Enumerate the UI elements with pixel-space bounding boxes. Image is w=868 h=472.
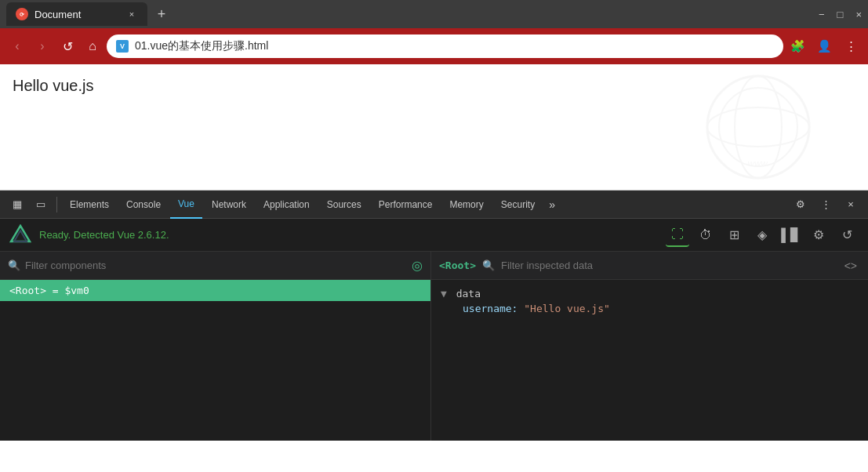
settings-icon: ⚙	[796, 198, 805, 210]
devtools-panels: 🔍 ◎ <Root> = $vm0 <Root> 🔍 <> ▼ data	[0, 252, 868, 441]
close-btn[interactable]: ×	[855, 9, 862, 20]
nav-bar: ‹ › ↺ ⌂ V 01.vue的基本使用步骤.html 🧩 👤 ⋮	[0, 28, 868, 64]
divider	[56, 197, 57, 212]
component-refresh-icon[interactable]: ◎	[412, 258, 423, 273]
address-text: 01.vue的基本使用步骤.html	[135, 39, 268, 53]
page-heading: Hello vue.js	[13, 77, 93, 95]
tab-favicon: ⟳	[16, 8, 28, 20]
devtools-inspect-btn[interactable]: ▦	[6, 194, 28, 216]
history-icon: ⏱	[699, 228, 712, 242]
vue-toolbar: Ready. Detected Vue 2.6.12. ⛶ ⏱ ⊞ ◈ ▌▊ ⚙…	[0, 219, 868, 252]
vue-history-btn[interactable]: ⏱	[694, 223, 717, 247]
vue-settings-btn[interactable]: ⚙	[807, 223, 830, 247]
vue-settings-icon: ⚙	[813, 227, 824, 242]
more-tabs-icon: »	[549, 198, 555, 211]
maximize-btn[interactable]: □	[837, 9, 844, 20]
window-controls: − □ ×	[819, 9, 862, 20]
tab-console[interactable]: Console	[118, 191, 169, 219]
tab-performance[interactable]: Performance	[371, 191, 441, 219]
profile-icon: 👤	[817, 39, 832, 53]
component-filter-bar: 🔍 ◎	[0, 252, 430, 280]
vue-logo	[9, 224, 31, 246]
vuex-icon: ◈	[757, 227, 767, 242]
root-component-item[interactable]: <Root> = $vm0	[0, 280, 430, 301]
devtools-device-btn[interactable]: ▭	[30, 194, 52, 216]
vue-reload-btn[interactable]: ↺	[835, 223, 859, 247]
svg-marker-7	[11, 226, 30, 241]
vue-reload-icon: ↺	[842, 227, 852, 242]
component-filter-input[interactable]	[25, 260, 407, 271]
expand-arrow-icon[interactable]: ▼	[441, 288, 447, 300]
devtools-more-btn[interactable]: ⋮	[815, 194, 837, 216]
back-icon: ‹	[15, 39, 19, 53]
reload-button[interactable]: ↺	[56, 35, 78, 57]
extensions-button[interactable]: 🧩	[786, 35, 808, 57]
devtools-settings-btn[interactable]: ⚙	[790, 194, 812, 216]
filter-search-icon: 🔍	[8, 260, 20, 271]
vue-status-text: Ready. Detected Vue 2.6.12.	[39, 229, 169, 241]
right-panel: <Root> 🔍 <> ▼ data username: "Hello vue.…	[431, 252, 868, 441]
username-value: "Hello vue.js"	[524, 303, 610, 314]
tab-vue[interactable]: Vue	[170, 191, 202, 219]
tab-application[interactable]: Application	[256, 191, 318, 219]
tab-strip: ⟳ Document × +	[6, 2, 173, 26]
right-panel-icon-btn[interactable]: <>	[841, 258, 860, 274]
tab-elements[interactable]: Elements	[62, 191, 117, 219]
title-bar: ⟳ Document × + − □ ×	[0, 0, 868, 28]
forward-icon: ›	[40, 39, 44, 53]
new-tab-button[interactable]: +	[151, 3, 173, 25]
left-panel: 🔍 ◎ <Root> = $vm0	[0, 252, 431, 441]
menu-button[interactable]: ⋮	[840, 35, 862, 57]
username-key: username:	[463, 303, 518, 314]
perf-icon: ▌▊	[781, 227, 799, 242]
svg-point-5	[707, 107, 809, 147]
forward-button[interactable]: ›	[31, 35, 53, 57]
devtools-topbar: ▦ ▭ Elements Console Vue Network Applica…	[0, 191, 868, 219]
watermark: WWW.	[695, 72, 821, 182]
inspect-icon: ▦	[13, 198, 22, 210]
devtools-close-icon: ×	[848, 198, 854, 210]
devtools-right-controls: ⚙ ⋮ ×	[790, 194, 862, 216]
devtools-more-icon: ⋮	[821, 198, 831, 210]
address-bar[interactable]: V 01.vue的基本使用步骤.html	[107, 34, 783, 58]
tab-close-btn[interactable]: ×	[125, 8, 138, 20]
right-panel-header: <Root> 🔍 <>	[431, 252, 868, 280]
tab-title: Document	[35, 9, 81, 20]
vue-perf-btn[interactable]: ▌▊	[779, 223, 802, 247]
right-filter-search-icon: 🔍	[482, 260, 495, 271]
data-label: data	[456, 288, 481, 300]
tab-memory[interactable]: Memory	[441, 191, 491, 219]
svg-text:WWW.: WWW.	[747, 160, 769, 168]
tab-security[interactable]: Security	[493, 191, 543, 219]
more-tabs-btn[interactable]: »	[544, 198, 560, 211]
site-favicon: V	[116, 40, 129, 53]
data-fields: username: "Hello vue.js"	[463, 303, 859, 314]
devtools-close-btn[interactable]: ×	[840, 194, 862, 216]
vue-tool-buttons: ⛶ ⏱ ⊞ ◈ ▌▊ ⚙ ↺	[666, 223, 859, 247]
menu-icon: ⋮	[845, 39, 857, 53]
router-icon: ⊞	[729, 227, 739, 242]
tab-network[interactable]: Network	[204, 191, 254, 219]
page-content: Hello vue.js WWW.	[0, 64, 868, 190]
profile-button[interactable]: 👤	[813, 35, 835, 57]
back-button[interactable]: ‹	[6, 35, 28, 57]
vue-component-tree-btn[interactable]: ⛶	[666, 223, 689, 247]
device-icon: ▭	[36, 198, 45, 210]
active-tab[interactable]: ⟳ Document ×	[6, 2, 147, 26]
data-section: ▼ data	[441, 288, 859, 300]
svg-text:⟳: ⟳	[20, 12, 25, 17]
component-tree-icon: ⛶	[671, 227, 684, 241]
vue-vuex-btn[interactable]: ◈	[750, 223, 774, 247]
tab-sources[interactable]: Sources	[319, 191, 369, 219]
devtools-panel: ▦ ▭ Elements Console Vue Network Applica…	[0, 190, 868, 441]
inspect-filter-input[interactable]	[501, 260, 835, 271]
home-button[interactable]: ⌂	[82, 35, 104, 57]
svg-point-3	[719, 88, 797, 166]
component-list: <Root> = $vm0	[0, 280, 430, 441]
root-tag-label: <Root>	[439, 260, 476, 271]
home-icon: ⌂	[89, 39, 96, 53]
extensions-icon: 🧩	[790, 39, 805, 53]
minimize-btn[interactable]: −	[819, 9, 825, 20]
nav-right-controls: 🧩 👤 ⋮	[786, 35, 862, 57]
vue-router-btn[interactable]: ⊞	[722, 223, 746, 247]
